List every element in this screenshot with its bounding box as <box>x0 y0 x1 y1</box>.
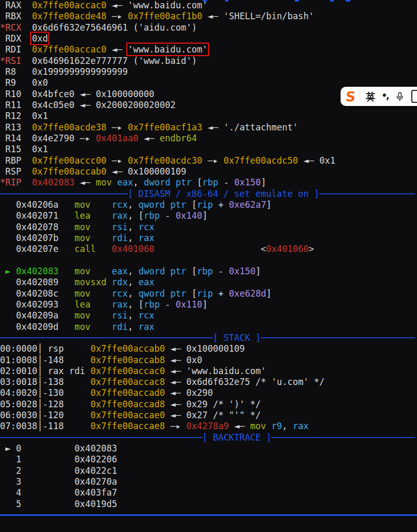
text-segment: 'SHELL=/bin/bash' <box>224 11 314 21</box>
disasm-line-call: 0x40207e call 0x401060 <0x401060> <box>0 244 417 255</box>
text-segment: rbp <box>144 210 160 221</box>
stack-line: 07:0038│-118 0x7ffe00accae8 —▸ 0x4278a9 … <box>0 421 417 432</box>
backtrace-line: 4 0x403fa7 <box>0 487 417 498</box>
text-segment: 4 0x403fa7 <box>0 487 117 498</box>
text-segment: RAX <box>0 0 32 10</box>
text-segment: [ DISASM / x86-64 / set emulate on ] <box>128 189 319 199</box>
disasm-line: 0x402093 lea rax, [rbp - 0x110] <box>0 299 417 310</box>
text-segment: 0x4bfce0 ◄— 0x100000000 <box>32 89 154 99</box>
text-segment: 05:0028│-128 <box>0 399 90 409</box>
text-segment: RBP <box>0 155 32 166</box>
text-segment: ◄— 0x0 <box>165 355 202 365</box>
text-segment: ◄— <box>107 166 128 177</box>
text-segment <box>90 288 112 299</box>
register-line-rdi: RDI 0x7ffe00accac0 ◄— 'www.baidu.com' <box>0 44 417 55</box>
text-segment <box>90 210 112 221</box>
disasm-line: 0x402078 mov rsi, rcx <box>0 222 417 233</box>
text-segment: RDI <box>0 44 32 55</box>
text-segment: , <box>128 322 138 332</box>
text-segment: rip <box>197 200 213 210</box>
prompt-line[interactable]: pwndbg> <box>0 521 417 531</box>
disasm-line: 0x40209a mov rsi, rcx <box>0 310 417 321</box>
text-segment: 0x402089 <box>0 277 74 287</box>
text-segment: *RCX <box>0 22 21 33</box>
text-segment: rsi <box>112 310 128 321</box>
backtrace-line: 5 0x4019d5 <box>0 499 417 510</box>
text-segment: ◄— 0x290 <box>165 388 213 398</box>
text-segment: R10 <box>0 89 32 99</box>
text-segment: *RSI <box>0 56 21 66</box>
text-segment: > <box>309 244 314 254</box>
text-segment <box>266 421 271 431</box>
text-segment <box>21 22 32 33</box>
stack-line: 06:0030│-120 0x7ffe00accae0 ◄— 0x27 /* "… <box>0 410 417 421</box>
text-segment: 0x40207e <box>0 244 74 254</box>
text-segment: , <box>128 277 138 287</box>
register-line-rbx: RBX 0x7ffe00acde48 —▸ 0x7ffe00acf1b0 ◄— … <box>0 11 417 22</box>
text-segment: 0x7ffe00acde38 <box>32 122 106 132</box>
text-segment: —▸ <box>107 11 128 21</box>
text-segment: rcx <box>138 222 154 232</box>
text-segment <box>90 310 112 321</box>
text-segment: - <box>160 210 176 221</box>
stack-line: 02:0010│ rax rdi 0x7ffe00accac0 ◄— 'www.… <box>0 366 417 377</box>
text-segment: ] <box>266 288 271 299</box>
blank-line <box>0 255 417 266</box>
language-mode-toggle[interactable] <box>365 91 376 102</box>
text-segment: 0x402093 <box>0 299 74 310</box>
text-segment: 0x40208c <box>0 288 74 299</box>
text-segment: 0x7ffe00accae8 <box>90 421 165 431</box>
text-segment <box>96 244 112 254</box>
text-segment: 0x7ffe00accad0 <box>90 388 165 398</box>
text-segment: ] <box>202 299 207 310</box>
text-segment: mov <box>74 322 90 332</box>
text-segment: 0x401aa0 <box>96 133 138 143</box>
text-segment: ────────────────────────────────────── <box>0 432 202 443</box>
text-segment <box>90 299 112 310</box>
backtrace-line: 3 0x40270a <box>0 476 417 487</box>
microphone-icon[interactable] <box>395 90 405 103</box>
text-segment: rip <box>197 288 213 299</box>
text-segment <box>90 322 112 332</box>
text-segment: rax <box>138 233 154 243</box>
text-segment: 0x40207b <box>0 233 74 243</box>
text-segment <box>90 222 112 232</box>
text-segment: eax <box>138 277 154 287</box>
text-segment: ──────────────────────── <box>0 189 128 199</box>
text-segment: [ <box>186 200 197 210</box>
text-segment: 0x40209d <box>0 322 74 332</box>
text-segment: [ <box>186 266 197 276</box>
text-segment: 1 0x402206 <box>0 454 117 464</box>
punctuation-toggle[interactable]: •, <box>382 90 388 101</box>
text-segment: —▸ <box>165 421 186 431</box>
text-segment: - <box>160 299 176 310</box>
ime-panel-icon[interactable] <box>411 90 417 103</box>
disasm-line: 0x402089 movsxd rdx, eax <box>0 277 417 288</box>
text-segment: —▸ <box>107 122 128 132</box>
text-segment: rbp <box>197 266 213 276</box>
text-segment: ◄— <box>107 44 128 55</box>
text-segment: , <box>133 177 144 188</box>
text-segment: 0x7ffe00acde48 <box>32 11 106 21</box>
stack-line: 00:0000│ rsp 0x7ffe00accab0 ◄— 0x1000001… <box>0 343 417 354</box>
text-segment: ◄— 'www.baidu.com' <box>165 366 266 376</box>
text-segment: 0x7ffe00accae0 <box>90 410 165 420</box>
ime-toolbar[interactable]: S •, <box>341 87 417 106</box>
register-line-rcx: *RCX 0x6d6f632e75646961 ('aidu.com') <box>0 22 417 33</box>
text-segment: ─────────────────────────── <box>271 432 415 443</box>
red-annotation-box: 0xd <box>32 33 48 44</box>
text-segment: ◄— <box>202 11 224 21</box>
text-segment: rbp <box>202 177 218 188</box>
text-segment: 0x1 <box>319 155 335 166</box>
text-segment: rax <box>293 421 309 431</box>
sogou-logo-icon[interactable]: S <box>345 90 356 103</box>
text-segment: 0x7ffe00accab0 <box>32 166 106 177</box>
text-segment: *RIP <box>0 177 21 188</box>
text-segment: 0xe62a7 <box>229 200 266 210</box>
disasm-line-current: ► 0x402083 mov eax, dword ptr [rbp - 0x1… <box>0 266 417 277</box>
text-segment: 'www.baidu.com' <box>128 0 208 10</box>
text-segment: mov <box>74 310 90 321</box>
text-segment <box>21 177 32 188</box>
text-segment: mov <box>74 233 90 243</box>
text-segment: ────────────────── <box>319 189 415 199</box>
